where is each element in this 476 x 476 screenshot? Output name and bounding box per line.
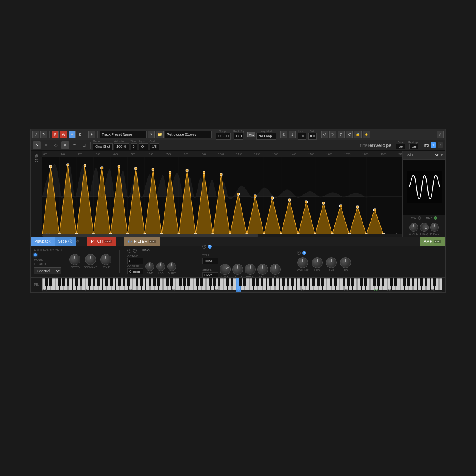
amp-num-1[interactable]: 1 bbox=[297, 251, 301, 255]
pencil-tool[interactable]: ✏ bbox=[42, 141, 50, 149]
lfo-phase-knob[interactable] bbox=[430, 223, 439, 232]
keyf-knob[interactable] bbox=[100, 254, 111, 265]
redo-button[interactable]: ↻ bbox=[40, 131, 47, 138]
svg-rect-227 bbox=[200, 278, 203, 286]
filter-num-2[interactable]: 2 bbox=[208, 245, 212, 249]
redo2-btn[interactable]: ↻ bbox=[329, 131, 336, 138]
mode-selector-aw[interactable]: Spectral bbox=[34, 267, 61, 274]
line-tool[interactable]: /\ bbox=[61, 141, 69, 149]
folder-button[interactable]: 📁 bbox=[156, 131, 164, 138]
norm-label: Norm bbox=[297, 130, 307, 133]
grid-value[interactable]: 1/8 bbox=[150, 143, 160, 150]
expand-playback-btn[interactable]: ↻ bbox=[76, 239, 79, 243]
norm-value[interactable]: 0.0 bbox=[298, 133, 307, 140]
slice-tab[interactable]: Slice ⓘ bbox=[55, 237, 76, 246]
waveform-area[interactable]: 0/8 1/8 2/8 3/8 4/8 5/8 6/8 7/8 8/8 9/8 … bbox=[42, 151, 402, 237]
volume-knob[interactable] bbox=[297, 257, 308, 268]
pitch-tab[interactable]: PITCH mod bbox=[87, 237, 116, 246]
loop-record-tool[interactable]: ⊡ bbox=[80, 141, 88, 149]
lfo-freq-knob[interactable] bbox=[418, 221, 430, 233]
snap-tool[interactable]: ≡ bbox=[71, 141, 78, 149]
waveform-canvas[interactable]: AMT − + bbox=[42, 157, 402, 237]
loop-mode-value[interactable]: No Loop bbox=[256, 133, 276, 140]
coarse-value[interactable]: 0 semi bbox=[127, 268, 143, 274]
cutoff-knob[interactable] bbox=[218, 262, 233, 276]
plugin-container: ↺ ↻ R W A B ✦ Track Preset Name ▼ 📁 Retr… bbox=[30, 129, 446, 293]
mode-value-display[interactable]: One Shot bbox=[93, 143, 113, 150]
lfo-num-1[interactable]: 1 bbox=[431, 142, 436, 148]
preset-arrow[interactable]: ▼ bbox=[148, 131, 155, 138]
sync-value[interactable]: On bbox=[139, 143, 148, 150]
pitch-num-1[interactable]: 1 bbox=[127, 249, 131, 253]
pan-knob[interactable] bbox=[326, 257, 337, 268]
amp-lfo2-knob[interactable] bbox=[340, 257, 351, 268]
reso-knob[interactable] bbox=[232, 264, 243, 275]
svg-text:11/8: 11/8 bbox=[236, 153, 242, 156]
star-button[interactable]: ✦ bbox=[88, 131, 95, 138]
velocity-value[interactable]: 100 % bbox=[114, 143, 129, 150]
pitch-lfo-knob[interactable] bbox=[156, 262, 165, 271]
filter-keyf-knob[interactable] bbox=[257, 264, 268, 275]
amp-label: AMP bbox=[424, 239, 432, 243]
time-value[interactable]: 0 bbox=[131, 143, 137, 150]
amp-tab[interactable]: AMP mod bbox=[420, 237, 445, 246]
eraser-tool[interactable]: ◇ bbox=[52, 141, 60, 149]
piano-keyboard[interactable]: PE 2 bbox=[31, 277, 445, 292]
pitch-num-2[interactable]: 2 bbox=[133, 249, 137, 253]
amp-lfo-knob[interactable] bbox=[312, 257, 323, 268]
lightning-btn[interactable]: ⚡ bbox=[363, 131, 370, 138]
svg-rect-73 bbox=[203, 171, 205, 174]
lfo-shape-select[interactable]: Sine Triangle Square Sawtooth bbox=[404, 151, 440, 158]
glide-knob[interactable] bbox=[167, 262, 176, 271]
scroll-bar[interactable] bbox=[42, 234, 402, 237]
aw-knobs-group: SPEED FORMANT KEY F bbox=[69, 254, 111, 269]
file-name-display[interactable]: Retrologue 01.wav bbox=[165, 131, 212, 138]
slice-label: Slice bbox=[58, 239, 67, 243]
speed-knob[interactable] bbox=[69, 254, 80, 265]
metronome-btn[interactable]: ⊙ bbox=[280, 131, 287, 138]
lfo-shape-knob[interactable] bbox=[409, 223, 418, 232]
playback-tab[interactable]: Playback bbox=[31, 237, 55, 246]
separator-5 bbox=[278, 131, 278, 138]
amp-num-2[interactable]: 2 bbox=[302, 251, 306, 255]
lfo-num-2[interactable]: 2 bbox=[438, 142, 443, 148]
type-value[interactable]: Tube bbox=[202, 258, 218, 264]
filter-lfo-knob[interactable] bbox=[270, 264, 281, 275]
drive-knob[interactable] bbox=[245, 264, 256, 275]
svg-rect-222 bbox=[170, 278, 173, 286]
gain-value[interactable]: 0.0 bbox=[308, 133, 317, 140]
tempo2-btn[interactable]: ♩ bbox=[289, 131, 296, 138]
fine-knob[interactable] bbox=[145, 262, 154, 271]
slice-info-icon: ⓘ bbox=[68, 239, 72, 244]
formant-knob[interactable] bbox=[85, 254, 96, 265]
tempo-value[interactable]: 113.00 bbox=[216, 133, 231, 140]
sync-ctrl-btn[interactable]: Off bbox=[396, 144, 405, 149]
octave-value[interactable]: 0 bbox=[127, 258, 143, 264]
undo2-btn[interactable]: ↺ bbox=[321, 131, 328, 138]
rnd-label: RND bbox=[426, 216, 432, 220]
undo-button[interactable]: ↺ bbox=[32, 131, 39, 138]
a-button[interactable]: A bbox=[69, 131, 76, 138]
lock-btn[interactable]: 🔒 bbox=[354, 131, 362, 138]
expand-top-btn[interactable]: ⤢ bbox=[437, 131, 444, 138]
pitch-lfo-label: LFO bbox=[158, 272, 164, 274]
retrig-ctrl-btn[interactable]: Off bbox=[409, 144, 418, 149]
select-tool[interactable]: ↖ bbox=[33, 141, 41, 149]
filter-tab[interactable]: ⏻ FILTER mod bbox=[124, 237, 160, 246]
write-button[interactable]: W bbox=[60, 131, 67, 138]
scroll-thumb[interactable] bbox=[42, 234, 258, 237]
root-key-value[interactable]: C 3 bbox=[234, 133, 243, 140]
svg-rect-242 bbox=[287, 278, 289, 286]
record-button[interactable]: R bbox=[52, 131, 59, 138]
clock-btn[interactable]: ⏱ bbox=[346, 131, 353, 138]
mode-label-2: Mode bbox=[93, 140, 100, 143]
mirror-btn[interactable]: Я bbox=[338, 131, 345, 138]
svg-rect-87 bbox=[271, 197, 274, 199]
fix-button[interactable]: FIX bbox=[247, 132, 255, 137]
filter-num-1[interactable]: 1 bbox=[202, 245, 206, 249]
b-button[interactable]: B bbox=[77, 131, 84, 138]
track-preset-display[interactable]: Track Preset Name bbox=[100, 131, 147, 138]
amp-mod-badge: mod bbox=[434, 240, 441, 243]
svg-rect-260 bbox=[394, 278, 397, 286]
svg-rect-215 bbox=[127, 278, 130, 286]
